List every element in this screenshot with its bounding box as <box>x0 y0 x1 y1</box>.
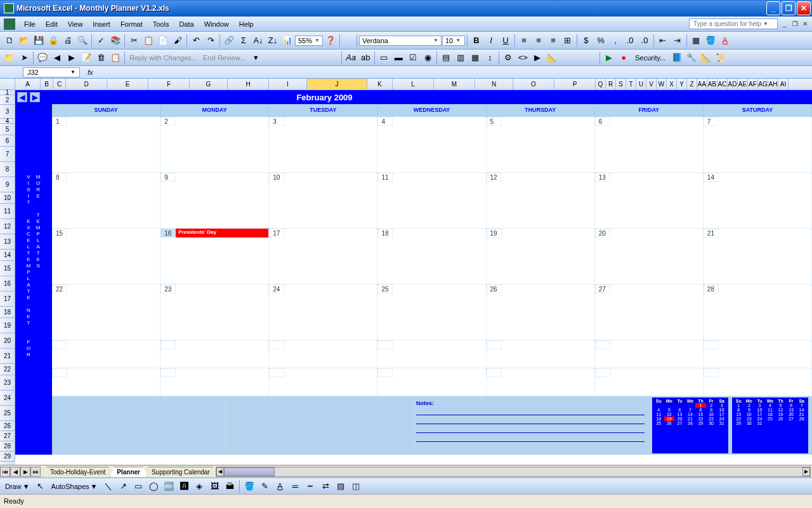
calendar-day[interactable] <box>269 368 377 396</box>
align-right-button[interactable]: ≡ <box>546 34 560 48</box>
open-button[interactable]: 📂 <box>17 34 31 48</box>
design-mode-button[interactable]: 📐 <box>699 51 713 65</box>
calendar-day[interactable]: 13 <box>595 173 704 229</box>
spellcheck-button[interactable]: ✓ <box>94 34 108 48</box>
code-button[interactable]: <> <box>516 51 530 65</box>
calendar-day[interactable]: 7 <box>704 117 812 173</box>
option-button[interactable]: ◉ <box>421 51 435 65</box>
col-header-H[interactable]: H <box>228 79 269 90</box>
fill-color-button[interactable]: 🪣 <box>704 34 717 48</box>
col-header-X[interactable]: X <box>667 79 677 90</box>
next-comment-button[interactable]: ▶ <box>65 51 79 65</box>
tab-first-button[interactable]: ⏮ <box>0 467 10 477</box>
tab-prev-button[interactable]: ◀ <box>10 467 20 477</box>
calendar-day[interactable]: 15 <box>52 229 160 284</box>
run-macro-button[interactable]: ▶ <box>602 51 616 65</box>
calendar-day[interactable]: 20 <box>595 229 704 284</box>
calendar-day[interactable] <box>160 340 269 368</box>
minimize-button[interactable]: _ <box>766 1 780 15</box>
col-header-AD[interactable]: AD <box>728 79 738 90</box>
notes-line[interactable] <box>416 415 645 424</box>
row-header-25[interactable]: 25 <box>0 406 15 421</box>
menu-tools[interactable]: Tools <box>148 18 174 30</box>
rectangle-button[interactable]: ▭ <box>131 479 145 493</box>
col-header-AC[interactable]: AC <box>717 79 728 90</box>
end-review-button[interactable]: End Review... <box>200 54 248 62</box>
row-header-12[interactable]: 12 <box>0 219 15 234</box>
col-header-Q[interactable]: Q <box>596 79 606 90</box>
row-header-24[interactable]: 24 <box>0 391 15 406</box>
col-header-K[interactable]: K <box>367 79 393 90</box>
italic-button[interactable]: I <box>484 34 498 48</box>
clipart-button[interactable]: 🖼 <box>207 479 221 493</box>
combobox-button[interactable]: ▥ <box>454 51 468 65</box>
scroll-left-button[interactable]: ◀ <box>216 467 224 476</box>
calendar-day[interactable] <box>160 368 269 396</box>
calendar-day[interactable] <box>377 340 486 368</box>
textbox-button[interactable]: Aa <box>344 51 358 65</box>
calendar-day[interactable] <box>377 368 486 396</box>
calendar-day[interactable] <box>595 368 704 396</box>
menu-edit[interactable]: Edit <box>41 18 63 30</box>
col-header-I[interactable]: I <box>269 79 307 90</box>
calendar-day[interactable]: 25 <box>377 284 486 340</box>
col-header-AH[interactable]: AH <box>768 79 778 90</box>
oval-button[interactable]: ◯ <box>147 479 160 493</box>
calendar-day[interactable]: 6 <box>595 117 704 173</box>
reply-button[interactable]: Reply with Changes... <box>127 54 200 62</box>
autosum-button[interactable]: Σ <box>237 34 251 48</box>
calendar-day[interactable]: 17 <box>269 229 377 284</box>
font-color-draw-button[interactable]: A <box>273 479 287 493</box>
row-header-13[interactable]: 13 <box>0 234 15 250</box>
col-header-A[interactable]: A <box>15 79 41 90</box>
new-comment-button[interactable]: 📝 <box>79 51 93 65</box>
3d-button[interactable]: ◫ <box>349 479 363 493</box>
underline-button[interactable]: U <box>499 34 513 48</box>
checkbox-button[interactable]: ☑ <box>406 51 420 65</box>
col-header-U[interactable]: U <box>636 79 646 90</box>
calendar-day[interactable] <box>487 368 595 396</box>
col-header-D[interactable]: D <box>66 79 107 90</box>
menu-window[interactable]: Window <box>199 18 234 30</box>
excel-icon[interactable] <box>4 18 15 30</box>
calendar-day[interactable] <box>487 340 595 368</box>
properties-button[interactable]: ⚙ <box>501 51 515 65</box>
picture-button[interactable]: 🏔 <box>223 479 237 493</box>
menu-format[interactable]: Format <box>115 18 148 30</box>
paste-button[interactable]: 📄 <box>156 34 170 48</box>
calendar-day[interactable]: 2 <box>160 117 269 173</box>
shadow-button[interactable]: ▨ <box>334 479 348 493</box>
row-header-10[interactable]: 10 <box>0 192 15 204</box>
row-header-5[interactable]: 5 <box>0 124 15 135</box>
decrease-indent-button[interactable]: ⇤ <box>656 34 670 48</box>
listbox-button[interactable]: ▤ <box>439 51 453 65</box>
row-header-18[interactable]: 18 <box>0 307 15 318</box>
dash-style-button[interactable]: ┅ <box>303 479 317 493</box>
scroll-thumb[interactable] <box>224 467 275 476</box>
calendar-day[interactable]: 21 <box>704 229 812 284</box>
notes-line[interactable] <box>416 424 645 433</box>
col-header-AB[interactable]: AB <box>707 79 717 90</box>
font-name-combo[interactable]: Verdana▼ <box>359 36 442 46</box>
copy-button[interactable]: 📋 <box>141 34 155 48</box>
label-button[interactable]: ab <box>358 51 372 65</box>
calendar-day[interactable]: 9 <box>160 173 269 229</box>
merge-center-button[interactable]: ⊞ <box>561 34 575 48</box>
row-header-16[interactable]: 16 <box>0 276 15 291</box>
row-header-17[interactable]: 17 <box>0 291 15 307</box>
row-header-27[interactable]: 27 <box>0 431 15 441</box>
calendar-day[interactable]: 28 <box>704 284 812 340</box>
show-comments-button[interactable]: 💬 <box>36 51 49 65</box>
calendar-day[interactable]: 19 <box>487 229 595 284</box>
arrow-style-button[interactable]: ⇄ <box>318 479 332 493</box>
doc-minimize-button[interactable]: _ <box>780 20 789 29</box>
research-button[interactable]: 📚 <box>108 34 122 48</box>
col-header-AF[interactable]: AF <box>748 79 758 90</box>
font-color-button[interactable]: A <box>718 34 732 48</box>
sheet-tab-planner[interactable]: Planner <box>110 467 147 477</box>
row-header-28[interactable]: 28 <box>0 441 15 451</box>
row-header-7[interactable]: 7 <box>0 147 15 162</box>
zoom-combo[interactable]: 55%▼ <box>295 36 323 46</box>
script-editor-button[interactable]: 📜 <box>714 51 728 65</box>
currency-button[interactable]: $ <box>579 34 593 48</box>
